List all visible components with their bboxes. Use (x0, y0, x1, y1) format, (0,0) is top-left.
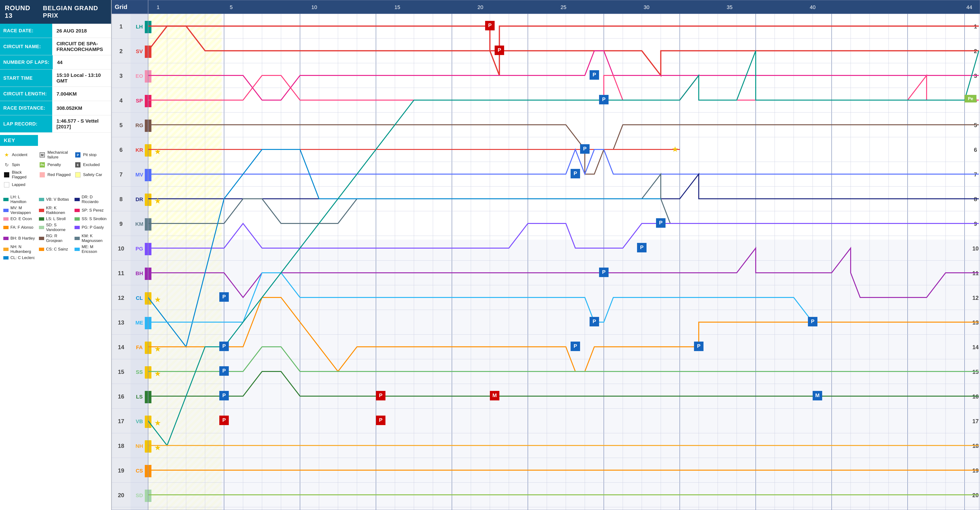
lh-color (3, 198, 8, 201)
nh-name: NH: N Hulkenberg (10, 245, 37, 254)
svg-text:M: M (815, 392, 819, 398)
driver-lh: LH: L Hamilton (3, 195, 37, 204)
start-time-row: START TIME 15:10 Local - 13:10 GMT (0, 70, 111, 87)
lap-25-header: 25 (561, 4, 566, 10)
lapped-icon (3, 181, 10, 188)
driver-fa: FA: F Alonso (3, 223, 37, 232)
race-date-value: 26 AUG 2018 (52, 24, 91, 38)
circuit-length-value: 7.004KM (52, 87, 81, 101)
circuit-name-row: CIRCUIT NAME: CIRCUIT DE SPA-FRANCORCHAM… (0, 38, 111, 55)
driver-sp: SP: S Perez (75, 206, 108, 215)
pitstop-label: Pit stop (83, 153, 97, 157)
pg-name: PG: P Gasly (82, 225, 104, 230)
svg-text:17: 17 (972, 418, 979, 424)
driver-km: KM: K Magnussen (75, 234, 108, 243)
start-time-value: 15:10 Local - 13:10 GMT (52, 70, 111, 87)
fa-accident: ★ (154, 345, 161, 353)
laps-row: NUMBER OF LAPS: 44 (0, 55, 111, 70)
key-mechanical: M Mechanical failure (39, 150, 72, 160)
rg-name: RG: R Grosjean (46, 234, 72, 243)
svg-text:11: 11 (118, 270, 124, 276)
svg-text:P: P (379, 417, 383, 423)
laps-value: 44 (53, 55, 67, 69)
ss-name: SS: S Sirotkin (82, 216, 107, 221)
race-date-row: RACE DATE: 26 AUG 2018 (0, 24, 111, 38)
svg-text:14: 14 (972, 344, 979, 350)
svg-text:CL: CL (136, 295, 143, 301)
svg-text:P: P (583, 146, 587, 152)
key-lapped: Lapped (3, 181, 37, 188)
bh-name: BH: B Hartley (10, 236, 35, 241)
excluded-label: Excluded (83, 162, 100, 167)
lap-5-header: 5 (230, 4, 232, 10)
round-header: ROUND 13 BELGIAN GRAND PRIX (0, 0, 111, 24)
round-number: ROUND 13 (5, 4, 36, 19)
km-color (75, 237, 80, 240)
dr-accident: ★ (154, 197, 161, 205)
svg-text:16: 16 (118, 393, 124, 400)
svg-text:Pe: Pe (968, 96, 973, 101)
svg-text:P: P (593, 71, 596, 78)
driver-vb: VB: V Bottas (39, 195, 72, 204)
svg-text:P: P (659, 220, 663, 226)
lap-15-header: 15 (395, 4, 400, 10)
svg-text:P: P (602, 96, 606, 102)
svg-text:SS: SS (136, 369, 143, 375)
svg-text:6: 6 (974, 146, 977, 153)
lap-record-value: 1:46.577 - S Vettel [2017] (52, 115, 111, 132)
svg-text:CS: CS (136, 468, 143, 474)
svg-text:PG: PG (135, 246, 143, 252)
svg-text:P: P (379, 392, 383, 398)
svg-text:6: 6 (119, 146, 123, 153)
circuit-length-row: CIRCUIT LENGTH: 7.004KM (0, 87, 111, 101)
svg-text:KM: KM (135, 221, 143, 227)
circuit-name-value: CIRCUIT DE SPA-FRANCORCHAMPS (52, 38, 111, 55)
svg-text:RG: RG (135, 122, 143, 128)
svg-text:LS: LS (136, 394, 143, 400)
driver-cl: CL: C Leclerc (3, 256, 37, 260)
svg-rect-4 (111, 14, 130, 510)
mechanical-label: Mechanical failure (48, 150, 72, 160)
svg-text:SV: SV (136, 48, 143, 54)
svg-text:SP: SP (136, 98, 143, 104)
round-name: BELGIAN GRAND PRIX (43, 5, 106, 19)
svg-rect-5 (130, 14, 148, 510)
driver-dr: DR: D Ricciardo (75, 195, 108, 204)
svg-rect-3 (111, 0, 980, 14)
race-distance-label: RACE DISTANCE: (0, 101, 52, 115)
svg-text:P: P (223, 392, 226, 398)
svg-text:ME: ME (135, 320, 143, 326)
penalty-label: Penalty (48, 162, 61, 167)
black-flag-icon (3, 172, 10, 178)
svg-text:LH: LH (136, 24, 143, 30)
svg-text:P: P (811, 318, 815, 324)
svg-text:P: P (593, 318, 596, 324)
svg-text:P: P (223, 294, 226, 300)
circuit-name-label: CIRCUIT NAME: (0, 38, 52, 55)
ls-color (39, 217, 44, 221)
lap-record-label: LAP RECORD: (0, 115, 52, 132)
svg-text:9: 9 (119, 221, 123, 227)
svg-text:12: 12 (972, 295, 979, 301)
grid-header: Grid (115, 3, 127, 10)
svg-rect-8 (148, 240, 980, 510)
svg-text:NH: NH (135, 443, 143, 449)
lap-44-header: 44 (966, 4, 972, 10)
key-header: KEY (0, 135, 38, 146)
svg-text:4: 4 (119, 97, 123, 104)
svg-text:1: 1 (119, 23, 123, 30)
svg-text:P: P (223, 368, 226, 373)
key-content: ★ Accident M Mechanical failure P Pit st… (0, 146, 111, 192)
key-excluded: E Excluded (75, 162, 108, 168)
red-flag-icon (39, 172, 46, 178)
ls-name: LS: L Stroll (46, 216, 66, 221)
race-distance-value: 308.052KM (52, 101, 87, 115)
svg-text:P: P (223, 417, 226, 423)
cl-name: CL: C Leclerc (10, 256, 35, 260)
key-spin: ↻ Spin (3, 162, 37, 168)
me-name: ME: M Ericsson (82, 245, 108, 254)
svg-text:P: P (640, 244, 644, 250)
km-name: KM: K Magnussen (82, 234, 108, 243)
svg-text:7: 7 (119, 171, 123, 178)
driver-bh: BH: B Hartley (3, 234, 37, 243)
